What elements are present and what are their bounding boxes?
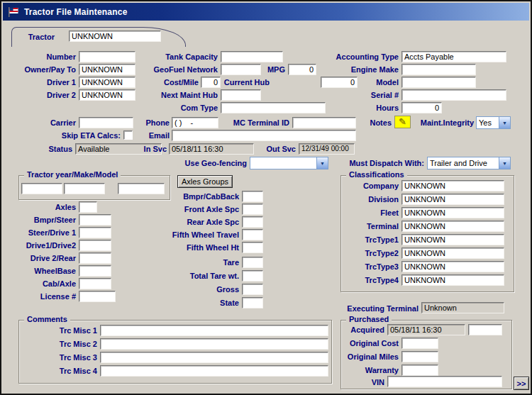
phone-field[interactable]: ( ) - [172,117,218,128]
number-field[interactable] [79,51,135,62]
trctype3-field[interactable]: UNKNOWN [401,261,504,272]
acquired-extra-field[interactable] [468,324,502,335]
serial-number-field[interactable] [401,89,506,101]
skip-eta-calcs-label: Skip ETA Calcs: [33,131,121,140]
chevron-down-icon[interactable]: ▼ [499,157,510,169]
warranty-label: Warranty [314,366,399,374]
tractor-id-field[interactable]: UNKNOWN [69,30,161,42]
fifth-wheel-travel-label: Fifth Wheel Travel [154,230,239,239]
trc-misc3-label: Trc Misc 3 [26,353,97,362]
geofuel-network-field[interactable] [221,64,261,75]
vin-field[interactable] [387,376,502,387]
driver2-label: Driver 2 [5,91,76,99]
warranty-field[interactable] [401,365,438,376]
maint-integrity-value: Yes [477,117,499,128]
tare-label: Tare [154,258,239,267]
fleet-field[interactable]: UNKNOWN [401,207,504,218]
original-miles-label: Original Miles [314,352,399,361]
front-axle-spc-field[interactable] [242,204,263,215]
steer-drive1-label: Steer/Drive 1 [5,228,76,237]
window-title: Tractor File Maintenance [24,7,128,17]
geofuel-network-label: GeoFuel Network [133,65,218,74]
bmpr-steer-field[interactable] [79,214,111,226]
license-number-field[interactable] [79,291,116,302]
trc-misc3-field[interactable] [100,352,328,363]
original-miles-field[interactable] [401,351,438,362]
tab-tractor[interactable]: Tractor UNKNOWN [11,27,186,47]
axles-groups-button[interactable]: Axles Groups [177,175,233,188]
division-label: Division [314,195,399,204]
trc-misc4-field[interactable] [100,365,328,377]
fifth-wheel-ht-field[interactable] [242,242,263,253]
axles-label: Axles [5,203,76,211]
driver2-field[interactable]: UNKNOWN [79,89,135,101]
bmpr-cabback-label: Bmpr/CabBack [154,192,239,201]
status-label: Status [26,145,72,153]
trctype4-field[interactable]: UNKNOWN [401,274,504,286]
company-field[interactable]: UNKNOWN [401,180,504,191]
model-label: Model [314,78,399,87]
notes-icon[interactable]: ✎ [394,116,411,128]
division-field[interactable]: UNKNOWN [401,194,504,205]
model-field[interactable] [401,77,476,88]
classifications-group-title: Classifications [346,170,407,179]
com-type-field[interactable] [221,102,326,113]
original-cost-field[interactable] [401,338,438,349]
current-hub-label: Current Hub [223,78,270,87]
chevron-down-icon[interactable]: ▼ [316,157,328,169]
trctype2-field[interactable]: UNKNOWN [401,247,504,259]
drive1-drive2-field[interactable] [79,240,111,251]
axles-field[interactable] [79,201,97,213]
next-maint-hub-field[interactable] [221,89,261,101]
trctype1-field[interactable]: UNKNOWN [401,234,504,245]
drive2-rear-field[interactable] [79,252,111,264]
accounting-type-field[interactable]: Accts Payable [401,51,506,62]
must-dispatch-with-label: Must Dispatch With: [332,159,424,167]
rear-axle-spc-field[interactable] [242,216,263,228]
trc-misc2-field[interactable] [100,338,328,350]
serial-number-label: Serial # [314,91,399,99]
driver1-field[interactable]: UNKNOWN [79,77,135,88]
tank-capacity-field[interactable] [221,51,283,62]
trc-misc1-field[interactable] [100,325,328,336]
use-geo-fencing-label: Use Geo-fencing [162,159,247,167]
drive2-rear-label: Drive 2/Rear [5,254,76,262]
mpg-field[interactable]: 0 [288,64,316,75]
state-field[interactable] [242,297,263,308]
app-icon [8,6,19,18]
out-svc-label: Out Svc [255,145,296,153]
skip-eta-calcs-checkbox[interactable] [123,130,133,140]
license-number-label: License # [5,292,76,301]
tare-field[interactable] [242,257,263,268]
next-page-button[interactable]: >> [514,377,529,390]
maint-integrity-dropdown[interactable]: Yes ▼ [476,116,511,129]
total-tare-wt-field[interactable] [242,270,263,282]
hours-field[interactable]: 0 [401,102,442,113]
bmpr-cabback-field[interactable] [242,191,263,202]
chevron-down-icon[interactable]: ▼ [499,117,510,128]
engine-make-field[interactable] [401,64,476,75]
cost-mile-label: Cost/Mile [128,78,199,87]
tractor-year-field[interactable] [21,183,62,194]
mc-terminal-id-field[interactable] [292,117,356,128]
wheelbase-field[interactable] [79,265,111,277]
fifth-wheel-travel-field[interactable] [242,229,263,240]
rear-axle-spc-label: Rear Axle Spc [154,218,239,226]
terminal-field[interactable]: UNKNOWN [401,221,504,232]
cab-axle-field[interactable] [79,278,111,289]
drive1-drive2-label: Drive1/Drive2 [5,241,76,250]
owner-pay-to-field[interactable]: UNKNOWN [79,64,135,75]
trc-misc1-label: Trc Misc 1 [26,326,97,335]
must-dispatch-with-dropdown[interactable]: Trailer and Drive ▼ [427,157,511,169]
tractor-make-field[interactable] [64,183,105,194]
use-geo-fencing-dropdown[interactable]: ▼ [250,157,328,169]
gross-field[interactable] [242,284,263,295]
carrier-field[interactable] [79,117,133,128]
front-axle-spc-label: Front Axle Spc [154,205,239,213]
steer-drive1-field[interactable] [79,227,111,238]
trc-misc2-label: Trc Misc 2 [26,340,97,348]
must-dispatch-with-value: Trailer and Drive [428,157,499,169]
tractor-file-maintenance-window: Tractor File Maintenance Tractor UNKNOWN… [0,0,532,395]
email-field[interactable] [172,130,356,141]
cost-mile-field[interactable]: 0 [201,77,221,88]
